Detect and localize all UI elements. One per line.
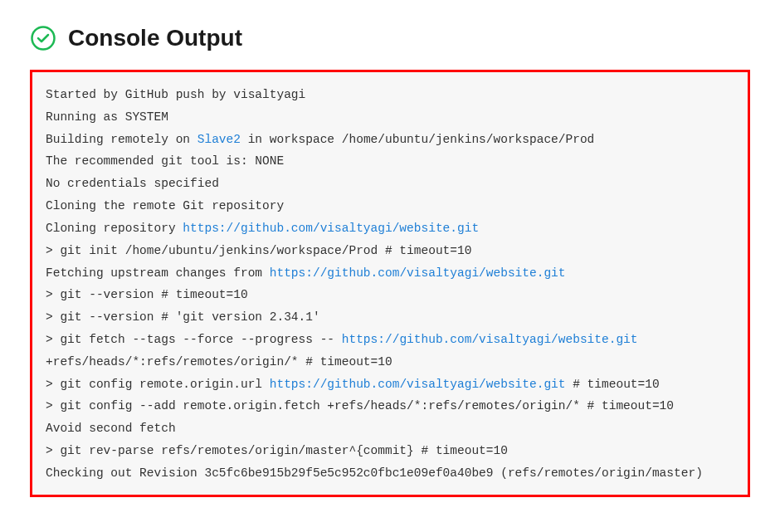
console-line: Started by GitHub push by visaltyagi	[46, 84, 734, 106]
console-line: Building remotely on Slave2 in workspace…	[46, 129, 734, 151]
console-text: Avoid second fetch	[46, 422, 176, 435]
console-link[interactable]: https://github.com/visaltyagi/website.gi…	[183, 222, 479, 235]
console-line: Checking out Revision 3c5fc6be915b29f5e5…	[46, 462, 734, 485]
console-line: Fetching upstream changes from https://g…	[46, 262, 734, 285]
console-output-box: Started by GitHub push by visaltyagiRunn…	[30, 70, 750, 497]
page-title: Console Output	[68, 25, 242, 51]
console-line: > git rev-parse refs/remotes/origin/mast…	[46, 440, 734, 462]
console-line: > git config remote.origin.url https://g…	[46, 373, 734, 396]
console-line: > git fetch --tags --force --progress --…	[46, 329, 734, 373]
console-link[interactable]: https://github.com/visaltyagi/website.gi…	[270, 378, 566, 391]
console-header: Console Output	[30, 25, 750, 51]
console-link[interactable]: https://github.com/visaltyagi/website.gi…	[342, 333, 638, 346]
console-line: > git --version # timeout=10	[46, 284, 734, 306]
console-text: Cloning repository	[46, 222, 183, 235]
console-text: > git config --add remote.origin.fetch +…	[46, 399, 674, 412]
console-text: Fetching upstream changes from	[46, 266, 270, 280]
console-link[interactable]: Slave2	[197, 133, 241, 146]
console-text: Running as SYSTEM	[46, 110, 168, 124]
svg-point-0	[32, 27, 55, 50]
console-text: # timeout=10	[566, 378, 660, 391]
console-line: Cloning repository https://github.com/vi…	[46, 217, 734, 240]
check-circle-icon	[30, 25, 56, 51]
console-line: > git config --add remote.origin.fetch +…	[46, 395, 734, 417]
console-text: Started by GitHub push by visaltyagi	[46, 88, 305, 101]
console-text: > git --version # 'git version 2.34.1'	[46, 310, 320, 324]
console-text: > git config remote.origin.url	[46, 378, 270, 391]
console-line: Running as SYSTEM	[46, 106, 734, 129]
console-line: No credentials specified	[46, 173, 734, 195]
console-text: > git --version # timeout=10	[46, 288, 248, 301]
console-line: Cloning the remote Git repository	[46, 195, 734, 217]
console-line: Avoid second fetch	[46, 417, 734, 440]
console-text: Cloning the remote Git repository	[46, 199, 284, 212]
console-text: The recommended git tool is: NONE	[46, 154, 284, 168]
console-text: +refs/heads/*:refs/remotes/origin/* # ti…	[46, 355, 392, 368]
console-text: > git fetch --tags --force --progress --	[46, 333, 342, 346]
console-line: > git --version # 'git version 2.34.1'	[46, 306, 734, 329]
console-text: > git init /home/ubuntu/jenkins/workspac…	[46, 244, 471, 257]
console-line: > git init /home/ubuntu/jenkins/workspac…	[46, 240, 734, 262]
console-text: > git rev-parse refs/remotes/origin/mast…	[46, 444, 508, 457]
console-text: Building remotely on	[46, 133, 197, 146]
console-text: No credentials specified	[46, 177, 219, 190]
console-link[interactable]: https://github.com/visaltyagi/website.gi…	[270, 266, 566, 280]
console-text: Checking out Revision 3c5fc6be915b29f5e5…	[46, 466, 703, 480]
console-text: in workspace /home/ubuntu/jenkins/worksp…	[241, 133, 594, 146]
console-line: The recommended git tool is: NONE	[46, 150, 734, 173]
